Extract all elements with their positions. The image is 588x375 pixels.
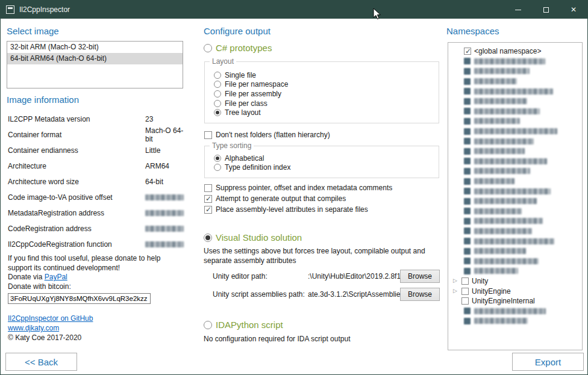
title-bar[interactable]: Il2CppInspector ✕ (1, 1, 587, 19)
bitcoin-address-input[interactable] (8, 293, 151, 304)
namespace-label[interactable]: <global namespace> (474, 47, 541, 55)
file-per-namespace-radio[interactable] (214, 81, 221, 88)
namespace-label[interactable]: UnityEngineInternal (472, 297, 535, 305)
namespace-item-redacted[interactable] (453, 76, 580, 87)
layout-option-file-per-assembly[interactable]: File per assembly (205, 89, 439, 99)
csharp-prototypes-label[interactable]: C# prototypes (216, 43, 272, 53)
browse-editor-path-button[interactable]: Browse (400, 270, 440, 283)
list-item-32bit[interactable]: 32-bit ARM (Mach-O 32-bit) (7, 42, 183, 53)
list-item-64bit[interactable]: 64-bit ARM64 (Mach-O 64-bit) (7, 53, 183, 64)
website-link[interactable]: www.djkaty.com (8, 324, 59, 332)
github-link[interactable]: Il2CppInspector on GitHub (8, 314, 93, 323)
type-sorting-option-alphabetical[interactable]: Alphabetical (205, 153, 439, 163)
maximize-button[interactable] (532, 1, 560, 19)
namespace-item-redacted[interactable] (453, 176, 580, 187)
namespace-item-redacted[interactable] (453, 306, 580, 316)
namespace-item-redacted[interactable] (453, 236, 580, 246)
global-namespace-checkbox[interactable] (464, 48, 471, 55)
visual-studio-solution-label[interactable]: Visual Studio solution (216, 232, 302, 243)
namespace-item-redacted[interactable] (453, 136, 580, 146)
namespace-item-redacted[interactable] (453, 157, 580, 167)
type-definition-index-radio[interactable] (214, 164, 221, 171)
namespace-item-global[interactable]: <global namespace> (453, 46, 580, 57)
flatten-hierarchy-option[interactable]: Don't nest folders (flatten hierarchy) (204, 131, 330, 139)
paypal-link[interactable]: PayPal (45, 273, 67, 281)
unity-namespace-checkbox[interactable] (461, 277, 469, 285)
alphabetical-radio[interactable] (214, 155, 221, 162)
namespace-item-redacted[interactable] (453, 146, 580, 157)
idapython-script-radio[interactable] (204, 321, 212, 329)
option-label[interactable]: Single file (225, 71, 256, 79)
info-row: CodeRegistration address (8, 221, 184, 237)
namespace-item-unity[interactable]: ▷ Unity (453, 276, 580, 287)
suppress-metadata-comments-checkbox[interactable] (204, 184, 212, 192)
tree-layout-radio[interactable] (214, 109, 221, 116)
layout-option-file-per-namespace[interactable]: File per namespace (205, 80, 439, 90)
assembly-attributes-separate-files-checkbox[interactable] (204, 206, 212, 214)
option-label[interactable]: Type definition index (225, 163, 290, 172)
option-label[interactable]: Alphabetical (225, 154, 264, 163)
file-per-class-radio[interactable] (214, 100, 221, 107)
generate-compilable-output-option[interactable]: Attempt to generate output that compiles (204, 194, 346, 203)
unityengine-namespace-checkbox[interactable] (461, 288, 469, 295)
single-file-radio[interactable] (214, 72, 221, 79)
namespace-item-redacted[interactable] (453, 266, 580, 276)
option-label[interactable]: File per assembly (225, 90, 281, 98)
generate-compilable-output-checkbox[interactable] (204, 195, 212, 203)
visual-studio-solution-radio[interactable] (204, 234, 212, 242)
file-per-assembly-radio[interactable] (214, 90, 221, 98)
redacted-label (474, 68, 530, 74)
flatten-hierarchy-checkbox[interactable] (204, 131, 212, 139)
checkbox-label[interactable]: Suppress pointer, offset and index metad… (216, 184, 392, 192)
checkbox-label[interactable]: Attempt to generate output that compiles (216, 194, 346, 203)
namespace-item-redacted[interactable] (453, 186, 580, 196)
namespace-item-redacted[interactable] (453, 246, 580, 256)
idapython-script-option[interactable]: IDAPython script (204, 320, 283, 330)
idapython-script-label[interactable]: IDAPython script (216, 320, 283, 330)
option-label[interactable]: Tree layout (225, 108, 261, 117)
option-label[interactable]: File per namespace (225, 80, 288, 88)
expand-arrow-icon[interactable]: ▷ (453, 288, 461, 294)
layout-option-file-per-class[interactable]: File per class (205, 99, 439, 108)
namespace-item-redacted[interactable] (453, 66, 580, 76)
namespace-item-unityengineinternal[interactable]: ▷ UnityEngineInternal (453, 296, 580, 306)
browse-script-assemblies-button[interactable]: Browse (400, 288, 440, 301)
back-button[interactable]: << Back (5, 353, 77, 371)
namespace-item-redacted[interactable] (453, 226, 580, 237)
image-listbox[interactable]: 32-bit ARM (Mach-O 32-bit) 64-bit ARM64 … (7, 41, 183, 88)
namespace-item-redacted[interactable] (453, 316, 580, 326)
assembly-attributes-separate-files-option[interactable]: Place assembly-level attributes in separ… (204, 205, 368, 214)
expand-arrow-icon[interactable]: ▷ (453, 278, 461, 284)
namespace-item-redacted[interactable] (453, 116, 580, 126)
export-button[interactable]: Export (512, 353, 584, 371)
layout-option-single-file[interactable]: Single file (205, 70, 439, 80)
namespace-item-redacted[interactable] (453, 126, 580, 137)
namespace-item-unityengine[interactable]: ▷ UnityEngine (453, 286, 580, 296)
namespace-item-redacted[interactable] (453, 216, 580, 226)
csharp-prototypes-radio[interactable] (204, 44, 212, 52)
namespace-label[interactable]: Unity (472, 277, 488, 285)
minimize-button[interactable] (504, 1, 532, 19)
redacted-label (474, 228, 532, 234)
namespace-label[interactable]: UnityEngine (472, 287, 511, 296)
namespace-item-redacted[interactable] (453, 256, 580, 266)
namespace-item-redacted[interactable] (453, 107, 580, 117)
layout-option-tree-layout[interactable]: Tree layout (205, 108, 439, 117)
type-sorting-option-type-definition-index[interactable]: Type definition index (205, 163, 439, 173)
suppress-metadata-comments-option[interactable]: Suppress pointer, offset and index metad… (204, 184, 392, 192)
unityengineinternal-namespace-checkbox[interactable] (461, 297, 469, 305)
checkbox-label[interactable]: Don't nest folders (flatten hierarchy) (216, 131, 330, 139)
option-label[interactable]: File per class (225, 99, 267, 108)
csharp-prototypes-option[interactable]: C# prototypes (204, 43, 272, 53)
visual-studio-solution-option[interactable]: Visual Studio solution (204, 232, 302, 243)
namespace-item-redacted[interactable] (453, 86, 580, 96)
namespace-item-redacted[interactable] (453, 57, 580, 67)
namespace-item-redacted[interactable] (453, 166, 580, 176)
namespace-item-redacted[interactable] (453, 96, 580, 107)
redacted-checkbox (464, 198, 471, 205)
close-button[interactable]: ✕ (560, 1, 587, 19)
namespace-item-redacted[interactable] (453, 206, 580, 217)
namespace-item-redacted[interactable] (453, 196, 580, 206)
checkbox-label[interactable]: Place assembly-level attributes in separ… (216, 205, 368, 214)
namespaces-panel[interactable]: <global namespace> ▷ Unity ▷ UnityEngine… (448, 42, 583, 350)
